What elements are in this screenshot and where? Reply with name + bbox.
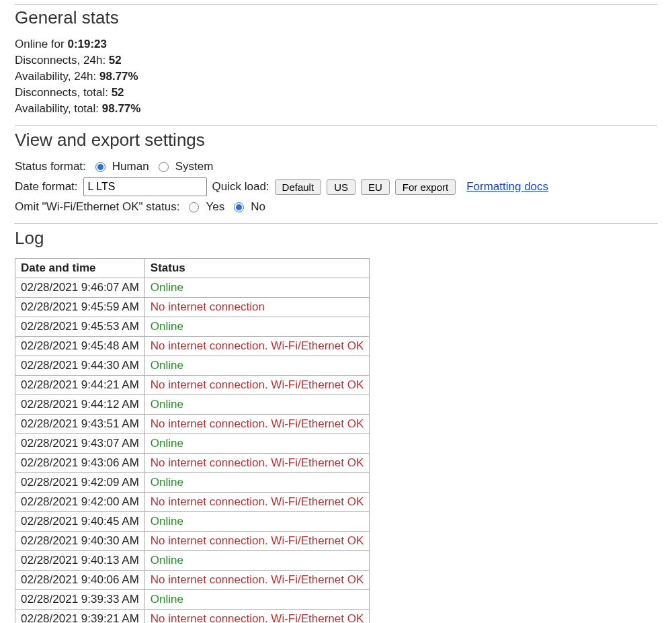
status-format-human-radio[interactable]	[95, 162, 106, 172]
log-row: 02/28/2021 9:42:09 AMOnline	[15, 473, 370, 493]
log-row: 02/28/2021 9:40:06 AMNo internet connect…	[15, 571, 370, 590]
log-cell-status: No internet connection. Wi-Fi/Ethernet O…	[144, 376, 369, 395]
disconnects-total-label: Disconnects, total:	[15, 86, 112, 99]
log-row: 02/28/2021 9:40:13 AMOnline	[15, 551, 370, 571]
log-row: 02/28/2021 9:39:33 AMOnline	[15, 590, 370, 610]
log-cell-status: Online	[144, 512, 369, 532]
date-format-input[interactable]	[83, 177, 207, 196]
disconnects-24h-value: 52	[109, 54, 122, 67]
log-row: 02/28/2021 9:45:59 AMNo internet connect…	[15, 298, 370, 317]
log-row: 02/28/2021 9:39:21 AMNo internet connect…	[15, 610, 370, 624]
log-row: 02/28/2021 9:40:45 AMOnline	[15, 512, 370, 532]
log-col-date: Date and time	[15, 259, 145, 278]
log-cell-datetime: 02/28/2021 9:44:12 AM	[15, 395, 145, 415]
log-cell-datetime: 02/28/2021 9:42:00 AM	[15, 493, 145, 512]
log-cell-datetime: 02/28/2021 9:45:48 AM	[15, 337, 145, 356]
log-cell-datetime: 02/28/2021 9:43:51 AM	[15, 415, 145, 434]
log-row: 02/28/2021 9:42:00 AMNo internet connect…	[15, 493, 370, 512]
log-cell-status: No internet connection. Wi-Fi/Ethernet O…	[144, 532, 369, 551]
log-cell-datetime: 02/28/2021 9:44:30 AM	[15, 356, 145, 376]
log-cell-datetime: 02/28/2021 9:40:06 AM	[15, 571, 145, 590]
omit-yes-label: Yes	[206, 200, 224, 214]
log-cell-datetime: 02/28/2021 9:43:06 AM	[15, 454, 145, 473]
log-cell-status: Online	[144, 278, 369, 298]
availability-24h-value: 98.77%	[99, 70, 138, 83]
log-cell-status: No internet connection. Wi-Fi/Ethernet O…	[144, 337, 369, 356]
quick-load-default-button[interactable]: Default	[275, 179, 322, 195]
log-row: 02/28/2021 9:44:21 AMNo internet connect…	[15, 376, 370, 395]
online-for-label: Online for	[15, 38, 67, 50]
log-cell-datetime: 02/28/2021 9:42:09 AM	[15, 473, 145, 493]
log-col-status: Status	[144, 259, 369, 278]
log-row: 02/28/2021 9:43:06 AMNo internet connect…	[15, 454, 370, 473]
log-cell-datetime: 02/28/2021 9:43:07 AM	[15, 434, 145, 454]
log-table: Date and time Status 02/28/2021 9:46:07 …	[15, 258, 370, 623]
quick-load-eu-button[interactable]: EU	[361, 179, 390, 195]
log-cell-status: No internet connection	[144, 298, 369, 317]
general-stats-heading: General stats	[15, 7, 657, 28]
log-row: 02/28/2021 9:40:30 AMNo internet connect…	[15, 532, 370, 551]
log-row: 02/28/2021 9:46:07 AMOnline	[15, 278, 370, 298]
log-cell-status: Online	[144, 473, 369, 493]
availability-total-label: Availability, total:	[15, 102, 102, 115]
log-cell-status: No internet connection. Wi-Fi/Ethernet O…	[144, 610, 369, 624]
log-cell-datetime: 02/28/2021 9:39:21 AM	[15, 610, 145, 624]
log-row: 02/28/2021 9:43:51 AMNo internet connect…	[15, 415, 370, 434]
omit-status-label: Omit "Wi-Fi/Ethernet OK" status:	[15, 200, 179, 214]
log-cell-datetime: 02/28/2021 9:44:21 AM	[15, 376, 145, 395]
log-cell-status: Online	[144, 356, 369, 376]
disconnects-total-value: 52	[112, 86, 124, 99]
log-cell-status: No internet connection. Wi-Fi/Ethernet O…	[144, 415, 369, 434]
quick-load-export-button[interactable]: For export	[395, 179, 456, 195]
online-for-value: 0:19:23	[67, 38, 107, 50]
status-format-human-label: Human	[112, 160, 149, 173]
log-cell-datetime: 02/28/2021 9:40:30 AM	[15, 532, 145, 551]
view-export-heading: View and export settings	[15, 130, 657, 151]
log-cell-datetime: 02/28/2021 9:40:45 AM	[15, 512, 145, 532]
status-format-system-label: System	[175, 160, 214, 173]
log-cell-datetime: 02/28/2021 9:46:07 AM	[15, 278, 145, 298]
log-row: 02/28/2021 9:45:48 AMNo internet connect…	[15, 337, 370, 356]
disconnects-24h-label: Disconnects, 24h:	[15, 54, 109, 67]
log-cell-status: No internet connection. Wi-Fi/Ethernet O…	[144, 454, 369, 473]
log-cell-status: Online	[144, 434, 369, 454]
availability-total-value: 98.77%	[102, 102, 141, 115]
log-cell-datetime: 02/28/2021 9:40:13 AM	[15, 551, 145, 571]
log-cell-status: Online	[144, 317, 369, 337]
log-cell-datetime: 02/28/2021 9:45:53 AM	[15, 317, 145, 337]
quick-load-us-button[interactable]: US	[327, 179, 355, 195]
omit-no-label: No	[251, 200, 265, 214]
log-cell-datetime: 02/28/2021 9:39:33 AM	[15, 590, 145, 610]
status-format-label: Status format:	[15, 160, 86, 173]
log-cell-status: Online	[144, 551, 369, 571]
log-cell-datetime: 02/28/2021 9:45:59 AM	[15, 298, 145, 317]
log-row: 02/28/2021 9:44:30 AMOnline	[15, 356, 370, 376]
log-row: 02/28/2021 9:44:12 AMOnline	[15, 395, 370, 415]
omit-yes-radio[interactable]	[189, 202, 199, 212]
availability-24h-label: Availability, 24h:	[15, 70, 99, 83]
log-cell-status: No internet connection. Wi-Fi/Ethernet O…	[144, 493, 369, 512]
log-cell-status: No internet connection. Wi-Fi/Ethernet O…	[144, 571, 369, 590]
quick-load-label: Quick load:	[212, 180, 269, 194]
general-stats-block: Online for 0:19:23 Disconnects, 24h: 52 …	[15, 38, 657, 116]
formatting-docs-link[interactable]: Formatting docs	[466, 180, 548, 194]
log-heading: Log	[15, 228, 657, 249]
log-row: 02/28/2021 9:45:53 AMOnline	[15, 317, 370, 337]
date-format-label: Date format:	[15, 180, 78, 194]
log-cell-status: Online	[144, 395, 369, 415]
log-cell-status: Online	[144, 590, 369, 610]
status-format-system-radio[interactable]	[159, 162, 169, 172]
log-row: 02/28/2021 9:43:07 AMOnline	[15, 434, 370, 454]
omit-no-radio[interactable]	[234, 202, 244, 212]
